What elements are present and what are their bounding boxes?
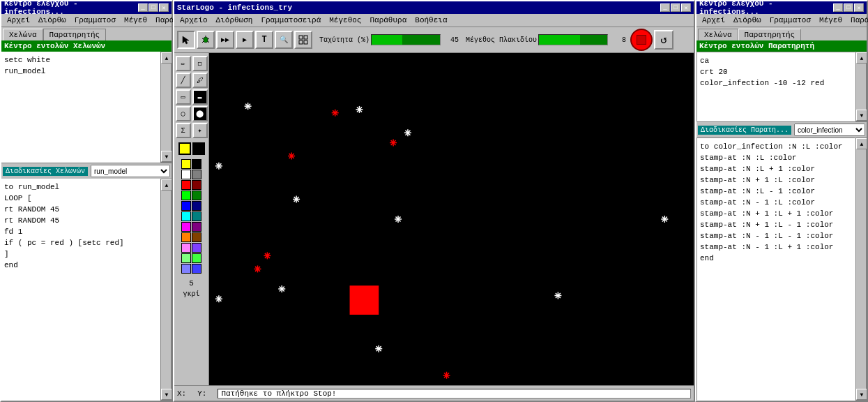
rect-fill-tool[interactable]: ▬ xyxy=(192,89,208,105)
left-code-scroll-up[interactable]: ▲ xyxy=(161,179,172,191)
color-blue[interactable] xyxy=(181,201,191,211)
right-close-btn[interactable]: ✕ xyxy=(854,3,864,12)
stop-button[interactable] xyxy=(630,29,653,51)
right-menu-edit[interactable]: Διόρθω xyxy=(729,15,766,26)
color-bright-green[interactable] xyxy=(192,253,201,263)
right-menu-size[interactable]: Μέγεθ xyxy=(815,15,846,26)
fg-color[interactable] xyxy=(178,142,191,155)
left-code-scrollbar[interactable]: ▲ ▼ xyxy=(160,179,172,401)
tool-cursor[interactable] xyxy=(177,31,195,49)
middle-maximize-btn[interactable]: □ xyxy=(671,3,680,12)
canvas-container[interactable] xyxy=(209,53,694,385)
tool-text[interactable]: T xyxy=(255,31,273,49)
color-magenta[interactable] xyxy=(181,222,191,232)
left-menu-bar: Αρχεί Διόρθω Γραμματοσ Μέγεθ Παράθω Βοήθ… xyxy=(1,14,172,27)
left-menu-font[interactable]: Γραμματοσ xyxy=(70,15,120,26)
right-menu-window[interactable]: Παράθω xyxy=(846,15,868,26)
color-violet[interactable] xyxy=(192,243,201,253)
left-cmd-scroll-down[interactable]: ▼ xyxy=(161,151,172,162)
color-brown[interactable] xyxy=(192,232,201,242)
middle-toolbar: ▶▶ ▶ T 🔍 Ταχύτητα (%) 45 Μέγεθος Πλακιδί… xyxy=(174,27,694,53)
patch-bar[interactable] xyxy=(538,34,608,45)
left-turtle-code[interactable]: to run_model LOOP [ rt RANDOM 45 rt RAND… xyxy=(1,179,160,401)
color-gray[interactable] xyxy=(192,170,201,179)
color-lime[interactable] xyxy=(181,191,191,200)
tool-zoom[interactable]: 🔍 xyxy=(275,31,293,49)
color-light-green[interactable] xyxy=(181,253,191,263)
line-tool[interactable]: ╱ xyxy=(176,73,191,88)
color-purple[interactable] xyxy=(192,222,201,232)
ellipse-fill-tool[interactable]: ⬤ xyxy=(192,106,208,121)
refresh-button[interactable]: ↺ xyxy=(654,30,673,50)
left-cmd-scroll-up[interactable]: ▲ xyxy=(161,52,172,64)
left-maximize-btn[interactable]: □ xyxy=(149,3,158,12)
right-observer-scrollbar[interactable]: ▲ ▼ xyxy=(855,52,867,121)
mid-menu-window[interactable]: Παράθυρα xyxy=(365,15,411,26)
middle-minimize-btn[interactable]: _ xyxy=(660,3,670,12)
right-procedure-code[interactable]: to color_infection :N :L :color stamp-at… xyxy=(696,137,855,401)
ellipse-outline-tool[interactable]: ◯ xyxy=(176,106,191,121)
draw-tools-panel: ✏ ◻ ╱ 🖊 ▭ ▬ ◯ ⬤ Σ ✦ xyxy=(174,53,209,385)
left-tab-observer[interactable]: Παρατηρητής xyxy=(43,29,107,40)
color-periwinkle[interactable] xyxy=(192,264,201,274)
color-green[interactable] xyxy=(192,191,201,200)
right-code-scrollbar[interactable]: ▲ ▼ xyxy=(855,137,867,401)
tool-grid[interactable] xyxy=(294,31,312,49)
rect-outline-tool[interactable]: ▭ xyxy=(176,89,191,105)
tool-step[interactable]: ▶ xyxy=(236,31,254,49)
mid-menu-file[interactable]: Αρχείο xyxy=(176,15,212,26)
right-process-select[interactable]: color_infection xyxy=(794,124,865,136)
left-close-btn[interactable]: ✕ xyxy=(159,3,169,12)
color-yellow[interactable] xyxy=(181,159,191,169)
color-white[interactable] xyxy=(181,170,191,179)
left-minimize-btn[interactable]: _ xyxy=(138,3,148,12)
color-black[interactable] xyxy=(192,159,201,169)
right-tab-turtle[interactable]: Χελώνα xyxy=(698,29,738,40)
draw-area: ✏ ◻ ╱ 🖊 ▭ ▬ ◯ ⬤ Σ ✦ xyxy=(174,53,694,385)
right-code-scroll-down[interactable]: ▼ xyxy=(856,389,867,400)
right-obs-scroll-down[interactable]: ▼ xyxy=(856,110,867,121)
right-menu-file[interactable]: Αρχεί xyxy=(698,15,729,26)
right-code-scroll-up[interactable]: ▲ xyxy=(856,138,867,149)
mid-menu-help[interactable]: Βοήθεια xyxy=(411,15,451,26)
left-tab-turtle[interactable]: Χελώνα xyxy=(3,29,43,40)
color-pink[interactable] xyxy=(181,243,191,253)
left-menu-edit[interactable]: Διόρθω xyxy=(34,15,70,26)
left-code-scroll-down[interactable]: ▼ xyxy=(161,389,172,400)
right-menu-font[interactable]: Γραμματοσ xyxy=(766,15,815,26)
middle-close-btn[interactable]: ✕ xyxy=(681,3,691,12)
right-maximize-btn[interactable]: □ xyxy=(844,3,853,12)
svg-rect-1 xyxy=(204,37,208,43)
transform-tool[interactable]: ✦ xyxy=(192,123,208,138)
left-menu-file[interactable]: Αρχεί xyxy=(3,15,34,26)
right-obs-scroll-up[interactable]: ▲ xyxy=(856,52,867,64)
color-light-blue[interactable] xyxy=(181,264,191,274)
color-cyan[interactable] xyxy=(181,211,191,221)
y-coord-label: Y: xyxy=(197,389,206,398)
stop-icon xyxy=(637,35,646,45)
bg-color[interactable] xyxy=(192,142,205,155)
mid-menu-edit[interactable]: Διόρθωση xyxy=(212,15,257,26)
simulation-canvas[interactable] xyxy=(209,53,694,385)
pencil-tool[interactable]: ✏ xyxy=(176,56,191,71)
polygon-tool[interactable]: Σ xyxy=(176,123,191,138)
color-dark-red[interactable] xyxy=(192,180,201,190)
right-tab-observer[interactable]: Παρατηρητής xyxy=(738,29,802,40)
mid-menu-font[interactable]: Γραμματοσειρά xyxy=(257,15,325,26)
color-dark-blue[interactable] xyxy=(192,201,201,211)
color-orange[interactable] xyxy=(181,232,191,242)
tool-run[interactable]: ▶▶ xyxy=(216,31,234,49)
right-observer-commands[interactable]: ca crt 20 color_infection -10 -12 red xyxy=(696,52,855,121)
mid-menu-size[interactable]: Μέγεθος xyxy=(325,15,365,26)
speed-bar[interactable] xyxy=(371,34,441,45)
eraser-tool[interactable]: ◻ xyxy=(192,56,208,71)
color-teal[interactable] xyxy=(192,211,201,221)
left-command-scrollbar[interactable]: ▲ ▼ xyxy=(160,52,172,163)
tool-turtle[interactable] xyxy=(197,31,215,49)
eyedropper-tool[interactable]: 🖊 xyxy=(192,73,208,88)
left-process-select[interactable]: run_model xyxy=(91,165,170,177)
left-menu-size[interactable]: Μέγεθ xyxy=(120,15,151,26)
color-red[interactable] xyxy=(181,180,191,190)
left-command-area[interactable]: setc white run_model xyxy=(1,52,160,163)
right-minimize-btn[interactable]: _ xyxy=(833,3,843,12)
